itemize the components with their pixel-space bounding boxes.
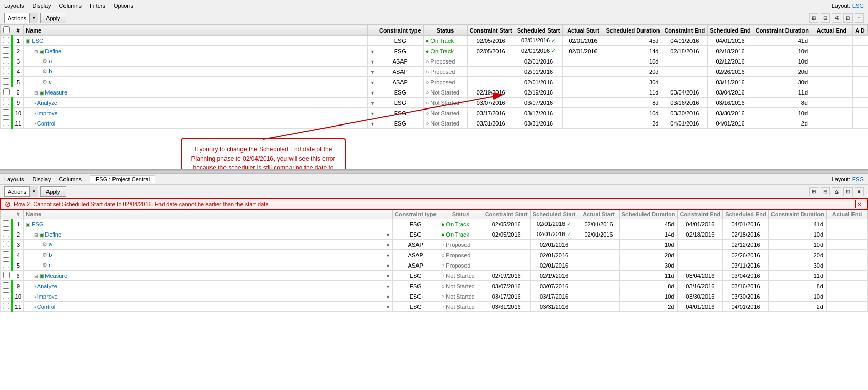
- toolbar-icon-1[interactable]: ⊞: [809, 13, 818, 23]
- row-constraint-duration: 20d: [768, 250, 826, 260]
- row-checkbox[interactable]: [3, 272, 10, 278]
- row-checkbox[interactable]: [3, 37, 9, 43]
- bottom-col-con-end: Constraint End: [678, 210, 723, 219]
- row-dropdown[interactable]: ▼: [383, 291, 392, 302]
- row-scheduled-end: 03/04/2016: [708, 87, 753, 98]
- bottom-toolbar-icon-print[interactable]: 🖨: [832, 187, 841, 196]
- row-checkbox[interactable]: [3, 220, 9, 227]
- row-dropdown[interactable]: ▼: [367, 118, 377, 129]
- toolbar-icon-5[interactable]: ≡: [855, 13, 864, 23]
- row-actual-start: [578, 260, 619, 271]
- menu-filters[interactable]: Filters: [90, 3, 105, 9]
- bottom-toolbar-icon-1[interactable]: ⊞: [809, 187, 818, 196]
- table-row: 6⊞▣Measure▼ESG○ Not Started02/19/201602/…: [1, 87, 868, 98]
- toolbar-icon-2[interactable]: ⊟: [821, 13, 830, 23]
- layout-link[interactable]: ESG: [852, 3, 864, 9]
- row-checkbox[interactable]: [3, 230, 9, 237]
- row-constraint-start: 03/17/2016: [483, 291, 530, 302]
- row-scheduled-end: 04/01/2016: [723, 302, 768, 312]
- table-row: 10▪Improve▼ESG○ Not Started03/17/201603/…: [1, 108, 868, 118]
- row-name: ⚙c: [24, 260, 383, 271]
- row-constraint-type: ESG: [392, 229, 439, 240]
- row-checkbox[interactable]: [3, 88, 10, 95]
- layout-label: Layout: ESG: [832, 3, 864, 9]
- row-constraint-start: 02/19/2016: [483, 271, 530, 281]
- row-checkbox[interactable]: [3, 57, 9, 64]
- bottom-actions-label: Actions: [5, 189, 29, 195]
- row-constraint-duration: 8d: [753, 98, 811, 108]
- error-close-button[interactable]: ✕: [855, 200, 863, 208]
- bottom-menu-layouts[interactable]: Layouts: [4, 176, 24, 182]
- row-checkbox[interactable]: [3, 241, 9, 247]
- row-checkbox[interactable]: [3, 303, 9, 309]
- row-actual-start: [562, 67, 604, 77]
- bottom-toolbar-icon-4[interactable]: ⊡: [843, 187, 853, 196]
- row-constraint-start: 02/19/2016: [467, 87, 515, 98]
- top-apply-button[interactable]: Apply: [40, 13, 66, 23]
- row-dropdown[interactable]: ▼: [383, 250, 392, 260]
- row-dropdown[interactable]: ▼: [383, 260, 392, 271]
- row-checkbox[interactable]: [3, 109, 9, 116]
- row-actual-end: [811, 67, 853, 77]
- row-scheduled-start: 02/19/2016: [530, 271, 578, 281]
- menu-columns[interactable]: Columns: [59, 3, 82, 9]
- bottom-layout-link[interactable]: ESG: [852, 176, 864, 182]
- bottom-dropdown-arrow-icon[interactable]: ▼: [29, 186, 38, 197]
- row-checkbox[interactable]: [3, 78, 9, 85]
- row-checkbox-cell: [1, 240, 12, 250]
- row-checkbox-cell: [1, 36, 12, 46]
- select-all-checkbox[interactable]: [3, 26, 10, 33]
- row-name: ▣ESG: [24, 36, 368, 46]
- table-row: 2⊞▣Define▼ESG● On Track02/05/201602/01/2…: [1, 229, 868, 240]
- menu-display[interactable]: Display: [33, 3, 51, 9]
- row-checkbox[interactable]: [3, 261, 9, 268]
- row-checkbox[interactable]: [3, 99, 9, 105]
- row-constraint-end: [662, 77, 708, 87]
- toolbar-icon-print[interactable]: 🖨: [832, 13, 841, 23]
- bottom-col-sched-dur: Scheduled Duration: [619, 210, 678, 219]
- menu-options[interactable]: Options: [114, 3, 133, 9]
- row-dropdown[interactable]: [367, 36, 377, 46]
- active-tab[interactable]: ESG : Project Central: [90, 175, 155, 183]
- row-checkbox[interactable]: [3, 47, 9, 54]
- bottom-menu-columns[interactable]: Columns: [59, 176, 82, 182]
- row-constraint-duration: 41d: [768, 219, 826, 229]
- row-dropdown[interactable]: ▼: [367, 98, 377, 108]
- row-status: ● On Track: [439, 219, 483, 229]
- toolbar-icon-4[interactable]: ⊡: [843, 13, 853, 23]
- row-dropdown[interactable]: ▼: [383, 240, 392, 250]
- row-dropdown[interactable]: ▼: [367, 77, 377, 87]
- row-constraint-duration: 11d: [768, 271, 826, 281]
- bottom-menu-display[interactable]: Display: [33, 176, 51, 182]
- row-name: ⚙a: [24, 240, 383, 250]
- row-dropdown[interactable]: ▼: [383, 281, 392, 291]
- row-constraint-type: ESG: [377, 118, 423, 129]
- row-actual-end: [827, 250, 868, 260]
- row-scheduled-end: 04/01/2016: [708, 36, 753, 46]
- row-dropdown[interactable]: ▼: [367, 56, 377, 67]
- row-dropdown[interactable]: [383, 219, 392, 229]
- row-scheduled-start: 02/01/2016 ✓: [530, 219, 578, 229]
- bottom-toolbar-icon-5[interactable]: ≡: [855, 187, 864, 196]
- row-checkbox[interactable]: [3, 251, 9, 258]
- row-dropdown[interactable]: ▼: [367, 46, 377, 56]
- bottom-apply-button[interactable]: Apply: [40, 186, 66, 197]
- dropdown-arrow-icon[interactable]: ▼: [29, 13, 38, 23]
- actions-dropdown[interactable]: Actions ▼: [4, 13, 38, 23]
- actions-label: Actions: [5, 15, 29, 21]
- row-dropdown[interactable]: ▼: [367, 67, 377, 77]
- bottom-toolbar-icon-2[interactable]: ⊟: [821, 187, 830, 196]
- row-checkbox[interactable]: [3, 292, 9, 299]
- row-checkbox[interactable]: [3, 119, 9, 126]
- menu-layouts[interactable]: Layouts: [4, 3, 24, 9]
- row-dropdown[interactable]: ▼: [367, 87, 377, 98]
- row-dropdown[interactable]: ▼: [383, 229, 392, 240]
- row-dropdown[interactable]: ▼: [367, 108, 377, 118]
- bottom-actions-dropdown[interactable]: Actions ▼: [4, 186, 38, 197]
- row-dropdown[interactable]: ▼: [383, 302, 392, 312]
- row-dropdown[interactable]: ▼: [383, 271, 392, 281]
- row-checkbox[interactable]: [3, 68, 9, 74]
- row-checkbox[interactable]: [3, 282, 9, 289]
- table-row: 6⊞▣Measure▼ESG○ Not Started02/19/201602/…: [1, 271, 868, 281]
- row-constraint-duration: 11d: [753, 87, 811, 98]
